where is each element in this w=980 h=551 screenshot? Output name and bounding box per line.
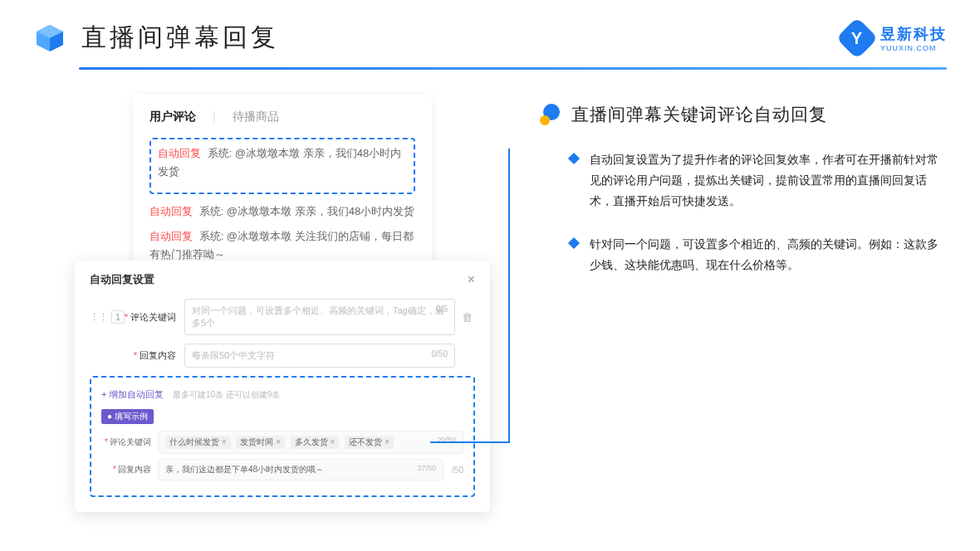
- example-block: + 增加自动回复 最多可建10条 还可以创建9条 ● 填写示例 评论关键词 什么…: [90, 376, 475, 497]
- connector-line: [430, 149, 510, 443]
- ex-content-input[interactable]: 亲，我们这边都是下单48小时内发货的哦～ 37/50: [158, 459, 443, 480]
- ex-content-label: 回复内容: [101, 464, 151, 475]
- content-label: 回复内容: [118, 349, 176, 362]
- auto-reply-tag: 自动回复: [149, 205, 193, 217]
- logo-sub: YUUXIN.COM: [880, 44, 947, 52]
- bullet-item: 针对同一个问题，可设置多个相近的、高频的关键词。例如：这款多少钱、这块能优惠吗、…: [540, 234, 947, 276]
- content-input[interactable]: 每条限50个中文字符 0/50: [184, 344, 455, 368]
- brand-logo: Y 昱新科技 YUUXIN.COM: [842, 23, 947, 53]
- bubble-icon: [540, 104, 561, 125]
- cube-icon: [33, 22, 66, 55]
- bullet-text: 自动回复设置为了提升作者的评论回复效率，作者可在开播前针对常见的评论用户问题，提…: [590, 149, 947, 212]
- settings-title: 自动回复设置: [90, 272, 154, 287]
- side-count: /50: [452, 466, 463, 475]
- diamond-icon: [568, 236, 580, 248]
- tag-item[interactable]: 还不发货: [345, 436, 394, 449]
- diamond-icon: [568, 153, 580, 164]
- tab-pending-goods[interactable]: 待播商品: [233, 110, 279, 124]
- example-badge: ● 填写示例: [101, 409, 154, 424]
- logo-name: 昱新科技: [880, 24, 947, 44]
- ex-keyword-input[interactable]: 什么时候发货 发货时间 多久发货 还不发货 20/50: [158, 431, 463, 454]
- drag-handle-icon[interactable]: ⋮⋮1: [90, 310, 106, 324]
- auto-reply-tag: 自动回复: [158, 147, 201, 159]
- tag-item[interactable]: 发货时间: [236, 436, 285, 449]
- bullet-text: 针对同一个问题，可设置多个相近的、高频的关键词。例如：这款多少钱、这块能优惠吗、…: [590, 234, 947, 276]
- auto-reply-tag: 自动回复: [149, 230, 193, 242]
- keyword-label: 评论关键词: [118, 311, 176, 324]
- logo-icon: Y: [836, 17, 879, 60]
- bullet-item: 自动回复设置为了提升作者的评论回复效率，作者可在开播前针对常见的评论用户问题，提…: [540, 149, 947, 212]
- char-count: 37/50: [418, 464, 437, 472]
- settings-modal: 自动回复设置 × ⋮⋮1 评论关键词 对同一个问题，可设置多个相近、高频的关键词…: [75, 261, 490, 512]
- keyword-input[interactable]: 对同一个问题，可设置多个相近、高频的关键词，Tag确定，最多5个 0/5: [184, 299, 455, 335]
- add-hint: 最多可建10条 还可以创建9条: [173, 390, 280, 399]
- section-title: 直播间弹幕关键词评论自动回复: [571, 103, 827, 126]
- highlighted-comment: 自动回复 系统: @冰墩墩本墩 亲亲，我们48小时内发货: [149, 138, 415, 194]
- tab-user-comments[interactable]: 用户评论: [149, 110, 196, 124]
- add-reply-button[interactable]: + 增加自动回复: [101, 388, 164, 401]
- comment-text: 系统: @冰墩墩本墩 亲亲，我们48小时内发货: [199, 205, 415, 217]
- page-title: 直播间弹幕回复: [81, 21, 279, 55]
- tag-item[interactable]: 什么时候发货: [165, 436, 231, 449]
- tag-item[interactable]: 多久发货: [291, 436, 340, 449]
- tab-divider: |: [213, 110, 216, 124]
- ex-keyword-label: 评论关键词: [101, 436, 151, 448]
